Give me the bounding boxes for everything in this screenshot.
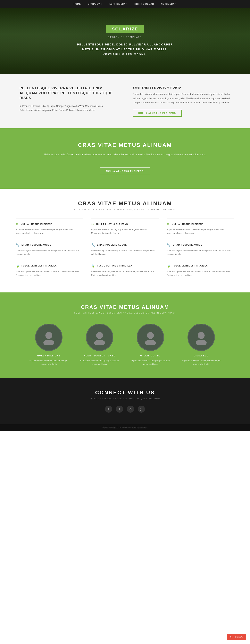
feature-desc-2: In posuere eleifend odio. Quisque semper…	[91, 228, 159, 235]
svg-point-0	[45, 332, 52, 339]
feature-item-7: 🍃 FUSCE ULTRICES FRINGILLA Maecenas pede…	[16, 260, 83, 281]
svg-point-5	[145, 340, 156, 345]
member-name-4: LINDA LEE	[194, 354, 209, 357]
nav-right-sidebar[interactable]: RIGHT SIDEBAR	[134, 3, 154, 5]
gear-icon-2: ⚙	[91, 222, 94, 226]
features-subtitle: PULVINAR MOLLIS. VESTIBULUM SEM MAGNA, E…	[16, 208, 234, 211]
feature-item-8: 🍃 FUSCE ULTRICES FRINGILLA Maecenas pede…	[91, 260, 159, 281]
feature-item-3: ⚙ NULLA LUCTUS ELEIFEND In posuere eleif…	[167, 218, 234, 239]
feature-desc-4: Maecenas ligula. Pellentesque viverra vu…	[16, 249, 83, 256]
feature-title-2: NULLA LUCTUS ELEIFEND	[96, 223, 128, 225]
hero-line3: VESTIBULUM SEM MAGNA.	[103, 53, 147, 56]
feature-title-9: FUSCE ULTRICES FRINGILLA	[172, 264, 208, 267]
hero-line2: METUS. IN EU ODIO AT LECTUS PULVINAR MOL…	[82, 48, 168, 51]
green-body: Pellentesque pede. Donec pulvinar ullamc…	[39, 152, 211, 157]
col-left-body: In Posuere Eleifend Odio. Quisque Semper…	[20, 104, 117, 112]
feature-header-3: ⚙ NULLA LUCTUS ELEIFEND	[167, 222, 234, 226]
col-right-heading: SUSPENDISSE DICTUM PORTA	[133, 86, 230, 89]
col-right-btn[interactable]: NULLA ALUCTUS ELEIFEND	[133, 110, 182, 117]
green-cta-btn[interactable]: NULLA ALUCTUS ELEIFEND	[100, 167, 150, 175]
feature-header-1: ⚙ NULLA LUCTUS ELEIFEND	[16, 222, 83, 226]
feature-title-7: FUSCE ULTRICES FRINGILLA	[22, 264, 57, 267]
feature-desc-3: In posuere eleifend odio. Quisque semper…	[167, 228, 234, 235]
avatar-4	[187, 324, 215, 351]
feature-title-4: ETIAM POSUERE AUGUE	[22, 244, 51, 246]
team-member-2: HENRY DORSETT CASE In posuere eleifend o…	[80, 324, 119, 366]
features-grid: ⚙ NULLA LUCTUS ELEIFEND In posuere eleif…	[16, 218, 234, 281]
nav-no-sidebar[interactable]: NO SIDEBAR	[161, 3, 176, 5]
team-member-3: WILLIS CORTO In posuere eleifend odio qu…	[131, 324, 170, 366]
col-right-body: Donec leo. Vivamus fermentum nibh in aug…	[133, 92, 230, 105]
feature-desc-8: Maecenas pede nisl, elementum eu, ornare…	[91, 270, 159, 277]
connect-subtitle: INTEGER SIT AMET PEDE VEL ARCU ALIQUET P…	[16, 398, 234, 400]
member-name-1: MOLLY MILLIONS	[37, 354, 61, 357]
feature-header-9: 🍃 FUSCE ULTRICES FRINGILLA	[167, 264, 234, 268]
two-col-section: PELLENTESQUE VIVERRA VULPUTATE ENIM. ALI…	[0, 74, 250, 128]
member-name-2: HENRY DORSETT CASE	[84, 354, 115, 357]
feature-header-7: 🍃 FUSCE ULTRICES FRINGILLA	[16, 264, 83, 268]
nav-dropdown[interactable]: DROPDOWN	[88, 3, 103, 5]
social-icons: f t ⚙ g+	[16, 406, 234, 412]
feature-item-9: 🍃 FUSCE ULTRICES FRINGILLA Maecenas pede…	[167, 260, 234, 281]
svg-point-1	[43, 340, 54, 345]
hero-content: SOLARIZE DESIGN BY TEMPLATE PELLENTESQUE…	[77, 25, 173, 57]
leaf-icon-2: 🍃	[91, 264, 95, 268]
member-name-3: WILLIS CORTO	[140, 354, 161, 357]
settings-icon[interactable]: ⚙	[127, 406, 134, 412]
twitter-icon[interactable]: t	[116, 406, 123, 412]
svg-point-2	[96, 332, 103, 339]
feature-title-8: FUSCE ULTRICES FRINGILLA	[97, 264, 132, 267]
feature-item-4: 🔧 ETIAM POSUERE AUGUE Maecenas ligula. P…	[16, 239, 83, 260]
wrench-icon-3: 🔧	[167, 243, 170, 247]
avatar-svg-2	[92, 330, 107, 345]
feature-item-2: ⚙ NULLA LUCTUS ELEIFEND In posuere eleif…	[91, 218, 159, 239]
nav-left-sidebar[interactable]: LEFT SIDEBAR	[109, 3, 127, 5]
feature-header-4: 🔧 ETIAM POSUERE AUGUE	[16, 243, 83, 247]
features-section: CRAS VITAE METUS ALINUAM PULVINAR MOLLIS…	[0, 189, 250, 292]
feature-header-5: 🔧 ETIAM POSUERE AUGUE	[91, 243, 159, 247]
nav-home[interactable]: HOME	[74, 3, 81, 5]
feature-title-3: NULLA LUCTUS ELEIFEND	[172, 223, 203, 225]
green-cta-section: CRAS VITAE METUS ALINUAM Pellentesque pe…	[0, 128, 250, 189]
hero-badge: SOLARIZE	[106, 25, 144, 33]
feature-desc-9: Maecenas pede nisl, elementum eu, ornare…	[167, 270, 234, 277]
feature-desc-1: In posuere eleifend odio. Quisque semper…	[16, 228, 83, 235]
svg-point-3	[94, 340, 105, 345]
green-heading: CRAS VITAE METUS ALINUAM	[39, 142, 211, 148]
leaf-icon-3: 🍃	[167, 264, 170, 268]
main-nav: HOME DROPDOWN LEFT SIDEBAR RIGHT SIDEBAR…	[0, 0, 250, 8]
facebook-icon[interactable]: f	[105, 406, 112, 412]
connect-section: CONNECT WITH US INTEGER SIT AMET PEDE VE…	[0, 378, 250, 424]
member-desc-4: In posuere eleifend odio quisque semper …	[182, 359, 221, 366]
avatar-svg-3	[143, 330, 158, 345]
avatar-svg-1	[41, 330, 57, 345]
hero-section: SOLARIZE DESIGN BY TEMPLATE PELLENTESQUE…	[0, 8, 250, 74]
col-right: SUSPENDISSE DICTUM PORTA Donec leo. Viva…	[133, 86, 230, 117]
leaf-icon-1: 🍃	[16, 264, 20, 268]
gear-icon-3: ⚙	[167, 222, 170, 226]
google-plus-icon[interactable]: g+	[138, 406, 145, 412]
member-desc-2: In posuere eleifend odio quisque semper …	[80, 359, 119, 366]
gear-icon-1: ⚙	[16, 222, 19, 226]
team-grid: MOLLY MILLIONS In posuere eleifend odio …	[16, 324, 234, 366]
hero-text: PELLENTESQUE PEDE. DONEC PULVINAR ULLAMC…	[77, 42, 173, 57]
feature-item-6: 🔧 ETIAM POSUERE AUGUE Maecenas ligula. P…	[167, 239, 234, 260]
team-member-1: MOLLY MILLIONS In posuere eleifend odio …	[29, 324, 68, 366]
feature-header-2: ⚙ NULLA LUCTUS ELEIFEND	[91, 222, 159, 226]
team-heading: CRAS VITAE METUS ALINUAM	[16, 304, 234, 310]
svg-point-6	[198, 332, 204, 339]
watermark-text: 访问缘乐设计社区bbs.dienlao.com免费下载模板资料	[102, 426, 148, 428]
member-desc-3: In posuere eleifend odio quisque semper …	[131, 359, 170, 366]
footer-bar: 访问缘乐设计社区bbs.dienlao.com免费下载模板资料	[0, 424, 250, 431]
wrench-icon-2: 🔧	[91, 243, 95, 247]
team-subtitle: PULVINAR MOLLIS. VESTIBULUM SEM MAGNA, E…	[16, 312, 234, 314]
features-heading: CRAS VITAE METUS ALINUAM	[16, 200, 234, 206]
avatar-1	[35, 324, 63, 351]
feature-desc-5: Maecenas ligula. Pellentesque viverra vu…	[91, 249, 159, 256]
svg-point-7	[196, 340, 207, 345]
hero-line1: PELLENTESQUE PEDE. DONEC PULVINAR ULLAMC…	[77, 43, 173, 46]
col-left-heading: PELLENTESQUE VIVERRA VULPUTATE ENIM. ALI…	[20, 86, 117, 101]
team-member-4: LINDA LEE In posuere eleifend odio quisq…	[182, 324, 221, 366]
avatar-2	[86, 324, 113, 351]
feature-header-8: 🍃 FUSCE ULTRICES FRINGILLA	[91, 264, 159, 268]
